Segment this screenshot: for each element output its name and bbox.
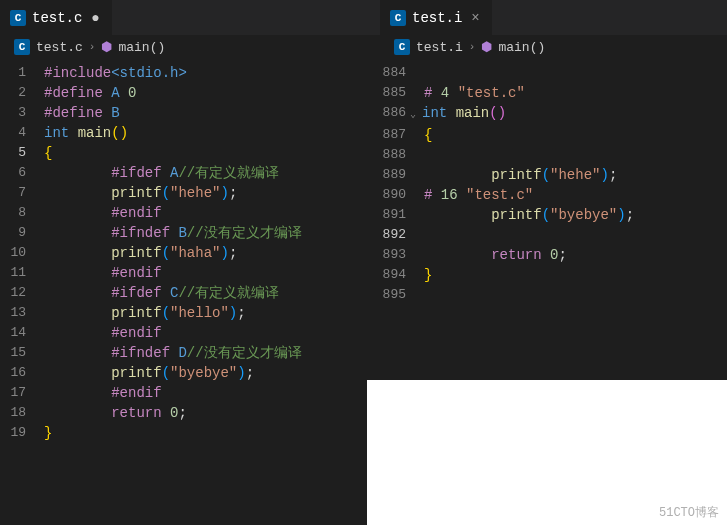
code-line[interactable]: 4int main(): [0, 123, 380, 143]
code-content: #define A 0: [44, 83, 136, 103]
code-content: printf("byebye");: [44, 363, 254, 383]
code-line[interactable]: 894}: [380, 265, 727, 285]
line-number: 15: [0, 343, 44, 363]
code-content: int main(): [44, 123, 128, 143]
code-content: #endif: [44, 203, 162, 223]
tab-test-i[interactable]: C test.i: [380, 0, 492, 35]
line-number: 17: [0, 383, 44, 403]
code-line[interactable]: 2#define A 0: [0, 83, 380, 103]
line-number: 4: [0, 123, 44, 143]
code-content: return 0;: [44, 403, 187, 423]
code-line[interactable]: 11 #endif: [0, 263, 380, 283]
line-number: 885: [380, 83, 424, 103]
code-content: #ifdef C//有定义就编译: [44, 283, 279, 303]
code-line[interactable]: 6 #ifdef A//有定义就编译: [0, 163, 380, 183]
code-line[interactable]: 895: [380, 285, 727, 305]
code-line[interactable]: 18 return 0;: [0, 403, 380, 423]
code-line[interactable]: 884: [380, 63, 727, 83]
code-content: #define B: [44, 103, 120, 123]
code-content: #ifndef B//没有定义才编译: [44, 223, 302, 243]
line-number: 894: [380, 265, 424, 285]
line-number: 889: [380, 165, 424, 185]
code-line[interactable]: 19}: [0, 423, 380, 443]
code-content: printf("byebye");: [424, 205, 634, 225]
editor-left[interactable]: 1#include<stdio.h>2#define A 03#define B…: [0, 59, 380, 525]
code-content: ⌄int main(): [424, 103, 506, 125]
line-number: 7: [0, 183, 44, 203]
code-line[interactable]: 17 #endif: [0, 383, 380, 403]
line-number: 6: [0, 163, 44, 183]
code-content: #ifndef D//没有定义才编译: [44, 343, 302, 363]
c-file-icon: C: [394, 39, 410, 55]
code-content: #include<stdio.h>: [44, 63, 187, 83]
code-content: #ifdef A//有定义就编译: [44, 163, 279, 183]
fold-chevron-icon[interactable]: ⌄: [410, 105, 422, 125]
code-line[interactable]: 893 return 0;: [380, 245, 727, 265]
code-content: printf("haha");: [44, 243, 237, 263]
code-line[interactable]: 8 #endif: [0, 203, 380, 223]
code-line[interactable]: 890# 16 "test.c": [380, 185, 727, 205]
c-file-icon: C: [390, 10, 406, 26]
line-number: 1: [0, 63, 44, 83]
breadcrumb-file: test.i: [416, 40, 463, 55]
watermark: 51CTO博客: [659, 504, 719, 521]
line-number: 891: [380, 205, 424, 225]
breadcrumb-symbol: main(): [498, 40, 545, 55]
tab-label: test.c: [32, 10, 82, 26]
line-number: 14: [0, 323, 44, 343]
line-number: 2: [0, 83, 44, 103]
code-line[interactable]: 885# 4 "test.c": [380, 83, 727, 103]
code-line[interactable]: 7 printf("hehe");: [0, 183, 380, 203]
line-number: 887: [380, 125, 424, 145]
code-line[interactable]: 3#define B: [0, 103, 380, 123]
tab-test-c[interactable]: C test.c: [0, 0, 112, 35]
breadcrumb-left[interactable]: C test.c › ⬢ main(): [0, 35, 380, 59]
code-line[interactable]: 9 #ifndef B//没有定义才编译: [0, 223, 380, 243]
line-number: 895: [380, 285, 424, 305]
line-number: 12: [0, 283, 44, 303]
code-line[interactable]: 10 printf("haha");: [0, 243, 380, 263]
code-content: #endif: [44, 383, 162, 403]
tab-dirty-indicator[interactable]: [88, 10, 102, 26]
code-content: return 0;: [424, 245, 567, 265]
left-panel: C test.c C test.c › ⬢ main() 1#include<s…: [0, 0, 380, 525]
tab-bar-left: C test.c: [0, 0, 380, 35]
code-content: printf("hello");: [44, 303, 246, 323]
code-line[interactable]: 888: [380, 145, 727, 165]
code-line[interactable]: 13 printf("hello");: [0, 303, 380, 323]
code-content: }: [44, 423, 52, 443]
tab-bar-right: C test.i: [380, 0, 727, 35]
line-number: 9: [0, 223, 44, 243]
code-line[interactable]: 12 #ifdef C//有定义就编译: [0, 283, 380, 303]
breadcrumb-symbol: main(): [118, 40, 165, 55]
code-line[interactable]: 887{: [380, 125, 727, 145]
line-number: 19: [0, 423, 44, 443]
symbol-icon: ⬢: [481, 39, 492, 55]
breadcrumb-right[interactable]: C test.i › ⬢ main(): [380, 35, 727, 59]
code-line[interactable]: 891 printf("byebye");: [380, 205, 727, 225]
code-line[interactable]: 1#include<stdio.h>: [0, 63, 380, 83]
code-line[interactable]: 5{: [0, 143, 380, 163]
close-icon[interactable]: [468, 10, 482, 26]
code-line[interactable]: 892: [380, 225, 727, 245]
code-content: printf("hehe");: [424, 165, 617, 185]
code-content: {: [424, 125, 432, 145]
code-content: # 16 "test.c": [424, 185, 533, 205]
chevron-right-icon: ›: [469, 41, 476, 53]
tab-label: test.i: [412, 10, 462, 26]
line-number: 888: [380, 145, 424, 165]
code-line[interactable]: 889 printf("hehe");: [380, 165, 727, 185]
code-content: printf("hehe");: [44, 183, 237, 203]
line-number: 11: [0, 263, 44, 283]
c-file-icon: C: [10, 10, 26, 26]
code-line[interactable]: 886⌄int main(): [380, 103, 727, 125]
code-content: #endif: [44, 263, 162, 283]
code-line[interactable]: 14 #endif: [0, 323, 380, 343]
code-content: #endif: [44, 323, 162, 343]
line-number: 892: [380, 225, 424, 245]
line-number: 893: [380, 245, 424, 265]
code-line[interactable]: 15 #ifndef D//没有定义才编译: [0, 343, 380, 363]
code-content: }: [424, 265, 432, 285]
code-line[interactable]: 16 printf("byebye");: [0, 363, 380, 383]
chevron-right-icon: ›: [89, 41, 96, 53]
